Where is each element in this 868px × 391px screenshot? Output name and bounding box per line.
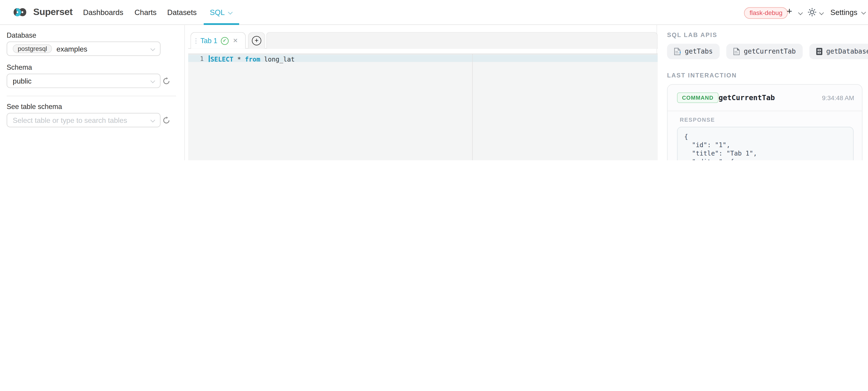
tabbar-empty-area <box>266 32 657 48</box>
chevron-down-icon <box>150 46 155 51</box>
table-select[interactable]: Select table or type to search tables <box>7 113 161 127</box>
new-tab-button[interactable]: + <box>248 32 265 48</box>
nav-item-sql[interactable]: SQL <box>210 8 232 17</box>
nav-item-dashboards[interactable]: Dashboards <box>83 8 123 17</box>
schema-value: public <box>13 77 32 85</box>
document-icon <box>733 48 740 56</box>
table-select-placeholder: Select table or type to search tables <box>13 116 127 124</box>
sidebar-divider <box>7 96 176 96</box>
query-success-check-icon: ✓ <box>221 37 228 44</box>
print-margin-line <box>472 54 473 160</box>
superset-sql-lab-app: Superset Dashboards Charts Datasets SQL … <box>0 0 868 160</box>
schema-label: Schema <box>7 64 32 71</box>
card-file-box-icon <box>816 48 823 56</box>
active-nav-underline <box>204 23 239 25</box>
response-label: RESPONSE <box>680 117 715 123</box>
left-pane-divider <box>184 25 185 160</box>
database-select[interactable]: postgresql examples <box>7 41 161 56</box>
database-label: Database <box>7 32 36 39</box>
database-type-tag: postgresql <box>13 44 52 53</box>
drag-handle-icon[interactable] <box>195 38 196 39</box>
sql-code-editor[interactable]: 1 SELECT * from long_lat <box>188 54 658 160</box>
environment-tag: flask-debug <box>744 7 788 19</box>
table-schema-label: See table schema <box>7 103 62 110</box>
editor-tab-title: Tab 1 <box>200 37 217 44</box>
theme-sun-icon[interactable] <box>808 8 816 17</box>
api-panel-title: SQL LAB APIS <box>667 32 717 38</box>
chevron-down-icon[interactable] <box>798 10 803 15</box>
response-json: { "id": "1", "title": "Tab 1", "editor":… <box>677 127 854 160</box>
command-name: getCurrentTab <box>719 94 775 102</box>
command-timestamp: 9:34:48 AM <box>822 95 854 101</box>
get-current-tab-button[interactable]: getCurrentTab <box>726 44 802 59</box>
last-interaction-title: LAST INTERACTION <box>667 72 737 78</box>
chevron-down-icon <box>150 118 155 123</box>
settings-menu[interactable]: Settings <box>830 8 865 17</box>
api-buttons-row: getTabs getCurrentTab getDatabases <box>667 44 868 59</box>
text-cursor <box>209 56 210 62</box>
chevron-down-icon[interactable] <box>819 10 824 15</box>
get-databases-button[interactable]: getDatabases <box>809 44 868 59</box>
top-navbar: Superset Dashboards Charts Datasets SQL … <box>0 0 868 25</box>
superset-logo-icon <box>10 5 30 19</box>
close-tab-icon[interactable]: ✕ <box>233 37 238 44</box>
schema-select[interactable]: public <box>7 73 161 88</box>
database-value: examples <box>57 44 87 53</box>
sql-code-line: SELECT * from long_lat <box>210 56 294 63</box>
plus-circle-icon: + <box>252 36 261 45</box>
card-divider <box>668 111 862 111</box>
refresh-tables-icon[interactable] <box>162 116 170 125</box>
tabs-document-icon <box>674 48 681 56</box>
editor-tab-1[interactable]: Tab 1 ✓ ✕ <box>190 32 246 48</box>
get-tabs-button[interactable]: getTabs <box>667 44 719 59</box>
brand-title[interactable]: Superset <box>33 7 72 18</box>
last-interaction-card: COMMAND getCurrentTab 9:34:48 AM RESPONS… <box>667 84 862 161</box>
nav-item-charts[interactable]: Charts <box>134 8 156 17</box>
nav-item-datasets[interactable]: Datasets <box>167 8 197 17</box>
refresh-schema-icon[interactable] <box>162 77 170 86</box>
chevron-down-icon <box>150 78 155 83</box>
line-number: 1 <box>188 56 204 63</box>
command-badge: COMMAND <box>677 92 718 103</box>
chevron-down-icon <box>861 10 866 14</box>
new-item-button[interactable]: + <box>787 6 792 17</box>
chevron-down-icon <box>228 10 233 14</box>
